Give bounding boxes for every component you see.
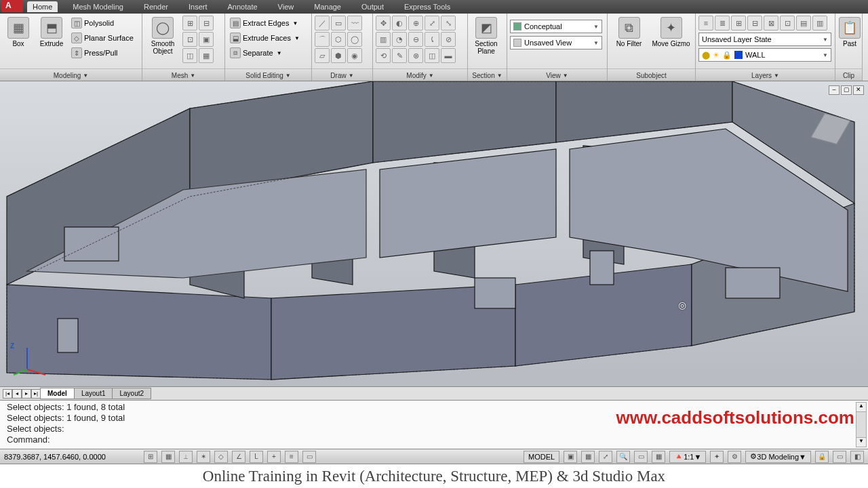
menu-tab-render[interactable]: Render	[138, 1, 174, 12]
current-layer-dropdown[interactable]: ⬤ ☀ 🔒 WALL ▼	[698, 48, 831, 62]
panel-title-layers[interactable]: Layers▼	[696, 68, 835, 81]
tab-nav-first[interactable]: |◂	[3, 389, 12, 399]
box-button[interactable]: ▦ Box	[3, 16, 34, 49]
modify-icon-12[interactable]: ✎	[392, 48, 407, 63]
dyn-toggle[interactable]: +	[267, 451, 281, 463]
draw-icon-6[interactable]: ◯	[347, 32, 362, 47]
modify-icon-13[interactable]: ⊗	[408, 48, 423, 63]
modify-icon-9[interactable]: ⤹	[425, 32, 439, 47]
menu-tab-home[interactable]: Home	[27, 1, 58, 12]
modify-icon-4[interactable]: ⤢	[425, 16, 439, 30]
status-icon-k[interactable]: ◧	[850, 451, 864, 463]
move-gizmo-button[interactable]: ✦ Move Gizmo	[650, 16, 692, 49]
tab-nav-next[interactable]: ▸	[22, 389, 31, 399]
command-window[interactable]: Select objects: 1 found, 8 total Select …	[0, 400, 868, 449]
tab-nav-last[interactable]: ▸|	[31, 389, 41, 399]
no-filter-button[interactable]: ⧉ No Filter	[610, 16, 648, 49]
tab-layout2[interactable]: Layout2	[112, 388, 151, 399]
modify-icon-1[interactable]: ✥	[376, 16, 391, 30]
layer-icon-6[interactable]: ⊡	[780, 16, 795, 30]
presspull-button[interactable]: ⇕Press/Pull	[69, 45, 136, 60]
modify-icon-5[interactable]: ⤡	[441, 16, 456, 30]
tab-model[interactable]: Model	[40, 388, 75, 399]
section-plane-button[interactable]: ◩ Section Plane	[471, 16, 502, 56]
view-cube[interactable]	[807, 108, 854, 156]
planar-surface-button[interactable]: ◇Planar Surface	[69, 30, 136, 45]
panel-title-section[interactable]: Section▼	[468, 68, 507, 81]
panel-title-solid-editing[interactable]: Solid Editing▼	[225, 68, 311, 81]
snap-toggle[interactable]: ⊞	[144, 451, 157, 463]
modify-icon-7[interactable]: ◔	[392, 32, 407, 47]
status-icon-h[interactable]: ⚙	[728, 451, 741, 463]
modify-icon-11[interactable]: ⟲	[376, 48, 391, 63]
draw-icon-1[interactable]: ／	[315, 16, 330, 30]
tab-nav-prev[interactable]: ◂	[12, 389, 22, 399]
paste-button[interactable]: 📋 Past	[838, 16, 861, 49]
layer-state-dropdown[interactable]: Unsaved Layer State ▼	[698, 33, 831, 46]
modify-icon-3[interactable]: ⊕	[408, 16, 423, 30]
mesh-icon-3[interactable]: ⊡	[182, 32, 197, 47]
draw-icon-7[interactable]: ▱	[315, 48, 330, 63]
menu-tab-insert[interactable]: Insert	[183, 1, 213, 12]
layer-icon-5[interactable]: ⊠	[764, 16, 778, 30]
separate-button[interactable]: ⧈Separate▼	[228, 45, 302, 60]
workspace-switcher[interactable]: ⚙ 3D Modeling ▼	[745, 451, 811, 463]
panel-title-view[interactable]: View▼	[507, 68, 607, 81]
polar-toggle[interactable]: ✶	[197, 451, 210, 463]
status-icon-j[interactable]: ▭	[833, 451, 846, 463]
panel-title-modeling[interactable]: Modeling▼	[0, 68, 142, 81]
draw-icon-4[interactable]: ⌒	[315, 32, 330, 47]
polysolid-button[interactable]: ◫Polysolid	[69, 16, 136, 30]
draw-icon-9[interactable]: ◉	[347, 48, 362, 63]
layer-icon-8[interactable]: ▥	[812, 16, 827, 30]
viewport-minimize-button[interactable]: –	[829, 85, 840, 95]
menu-tab-annotate[interactable]: Annotate	[222, 1, 263, 12]
extrude-faces-button[interactable]: ⬓Extrude Faces▼	[228, 30, 302, 45]
osnap-toggle[interactable]: ◇	[214, 451, 228, 463]
tab-layout1[interactable]: Layout1	[74, 388, 113, 399]
viewport-maximize-button[interactable]: ▢	[841, 85, 852, 95]
menu-tab-view[interactable]: View	[273, 1, 300, 12]
status-icon-c[interactable]: ⤢	[599, 451, 612, 463]
grid-toggle[interactable]: ▦	[161, 451, 175, 463]
draw-icon-5[interactable]: ⬡	[331, 32, 346, 47]
mesh-icon-2[interactable]: ⊟	[199, 16, 214, 30]
status-icon-i[interactable]: 🔒	[815, 451, 829, 463]
status-icon-f[interactable]: ▦	[652, 451, 665, 463]
modify-icon-15[interactable]: ▬	[441, 48, 456, 63]
app-icon[interactable]	[1, 0, 23, 12]
layer-icon-2[interactable]: ≣	[715, 16, 730, 30]
layer-icon-4[interactable]: ⊟	[747, 16, 762, 30]
mesh-icon-4[interactable]: ▣	[199, 32, 214, 47]
layer-icon-7[interactable]: ▤	[796, 16, 811, 30]
modify-icon-2[interactable]: ◐	[392, 16, 407, 30]
menu-tab-mesh-modeling[interactable]: Mesh Modeling	[67, 1, 129, 12]
panel-title-mesh[interactable]: Mesh▼	[142, 68, 224, 81]
annotation-scale[interactable]: 🔺 1:1 ▼	[669, 451, 706, 463]
smooth-object-button[interactable]: ◯ Smooth Object	[145, 16, 180, 56]
command-scrollbar[interactable]: ▲ ▼	[856, 402, 867, 447]
status-icon-a[interactable]: ▣	[564, 451, 577, 463]
visual-style-dropdown[interactable]: Conceptual ▼	[510, 20, 602, 33]
viewport-close-button[interactable]: ✕	[853, 85, 864, 95]
modify-icon-10[interactable]: ⊘	[441, 32, 456, 47]
model-space-button[interactable]: MODEL	[524, 451, 559, 463]
status-icon-d[interactable]: 🔍	[616, 451, 630, 463]
status-icon-g[interactable]: ✦	[710, 451, 724, 463]
otrack-toggle[interactable]: ∠	[232, 451, 245, 463]
draw-icon-8[interactable]: ⬢	[331, 48, 346, 63]
lwt-toggle[interactable]: ≡	[285, 451, 298, 463]
viewport-3d[interactable]: ◎ – ▢ ✕ Z	[0, 81, 868, 386]
mesh-icon-1[interactable]: ⊞	[182, 16, 197, 30]
menu-tab-manage[interactable]: Manage	[309, 1, 347, 12]
mesh-icon-5[interactable]: ◫	[182, 48, 197, 63]
scroll-up-button[interactable]: ▲	[856, 403, 866, 412]
scroll-down-button[interactable]: ▼	[856, 437, 866, 447]
command-prompt[interactable]: Command:	[7, 434, 861, 445]
ortho-toggle[interactable]: ⟂	[179, 451, 193, 463]
saved-view-dropdown[interactable]: Unsaved View ▼	[510, 36, 602, 49]
panel-title-modify[interactable]: Modify▼	[373, 68, 467, 81]
qp-toggle[interactable]: ▭	[302, 451, 316, 463]
modify-icon-6[interactable]: ▥	[376, 32, 391, 47]
status-icon-b[interactable]: ▦	[581, 451, 595, 463]
